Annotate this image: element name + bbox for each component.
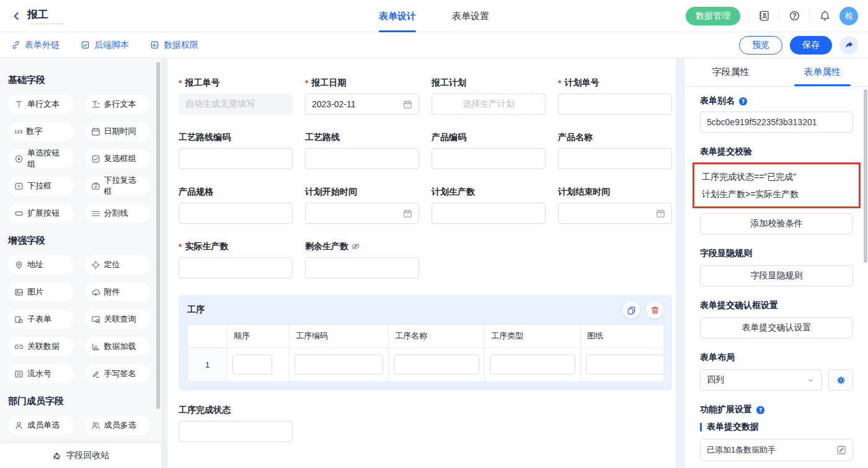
form-field[interactable]: *报工日期2023-02-117 [305,77,419,115]
field-input[interactable] [305,148,419,169]
form-field[interactable]: 产品编码 [432,131,546,169]
sidebar-item-attachment[interactable]: 附件 [85,283,151,301]
form-field[interactable]: 产品名称 [558,131,672,169]
subtable-copy-button[interactable] [622,301,640,319]
sidebar-item-datetime[interactable]: 日期时间 [85,122,151,141]
field-label: 产品规格 [179,186,293,198]
field-input[interactable]: 7 [558,203,672,224]
sidebar-item-address[interactable]: 地址 [8,255,74,274]
layout-settings-button[interactable] [828,369,853,391]
sidebar-item-rel-data[interactable]: 关联数据 [8,337,74,356]
help-icon[interactable]: ? [738,97,748,106]
sidebar-item-data-load[interactable]: 数据加载 [85,337,151,356]
form-field[interactable]: 工艺路线编码 [179,131,293,169]
help-icon[interactable]: ? [756,405,765,415]
field-label-text: 产品编码 [432,132,466,143]
field-input[interactable] [432,148,546,169]
sidebar-item-multi-text[interactable]: 多行文本 [85,95,151,113]
subtable-cell-input[interactable] [232,355,272,374]
panel-scrollbar[interactable] [864,89,867,263]
bell-icon[interactable] [818,9,831,23]
form-field[interactable]: 计划生产数 [432,186,546,224]
sidebar-item-divider[interactable]: 分割线 [85,204,151,223]
form-field[interactable]: *实际生产数 [179,241,293,278]
sidebar-item-ext-button[interactable]: 扩展按钮 [8,204,74,223]
field-input[interactable] [305,257,419,278]
add-validation-button[interactable]: 添加校验条件 [700,213,853,234]
field-input[interactable] [179,148,293,169]
form-external-link[interactable]: 表单外链 [11,40,60,51]
sidebar-item-select[interactable]: 下拉框 [8,177,74,195]
subtable-cell-input[interactable] [294,355,383,374]
subtable-cell-input[interactable] [394,355,479,374]
field-input[interactable] [179,257,293,278]
subtable-cell-input[interactable] [490,355,575,374]
tab-form-properties[interactable]: 表单属性 [777,58,868,86]
subtable-process[interactable]: 工序顺序工序编码工序名称工序类型图纸1 [179,295,672,391]
tab-form-settings[interactable]: 表单设置 [452,0,489,32]
backend-script-link[interactable]: 后端脚本 [81,40,129,51]
title-edit-hint [31,24,64,24]
edit-pencil-icon[interactable] [836,445,846,455]
form-alias-input[interactable]: 5cbc0e919f52235f3b313201 [700,112,853,133]
sidebar-item-signature[interactable]: 手写签名 [85,364,151,383]
submit-data-assistant[interactable]: 已添加1条数据助手 [700,439,853,461]
field-input[interactable] [179,203,293,224]
form-field[interactable]: 产品规格 [179,186,293,224]
subtable-cell-input[interactable] [586,355,663,374]
svg-text:?: ? [759,407,762,413]
field-input[interactable] [432,203,546,224]
share-button[interactable] [839,36,858,55]
sidebar-item-label: 手写签名 [104,368,136,379]
sidebar-item-single-text[interactable]: 单行文本 [8,95,74,113]
data-manage-button[interactable]: 数据管理 [686,7,740,25]
field-input[interactable] [558,94,672,115]
field-input[interactable]: 自动生成无需填写 [179,94,293,115]
help-icon[interactable] [787,9,801,23]
form-field[interactable]: *计划单号 [558,77,672,115]
sidebar-item-subform[interactable]: 子表单 [8,310,74,329]
form-field[interactable]: 报工计划选择生产计划 [432,77,546,115]
sidebar-item-image[interactable]: 图片 [8,283,74,301]
form-field[interactable]: 计划开始时间7 [305,186,419,224]
sidebar-item-number[interactable]: 123数字 [8,122,74,141]
user-avatar[interactable]: 检 [839,7,858,25]
sidebar-item-members[interactable]: 成员多选 [85,416,151,435]
assistant-count-text: 已添加1条数据助手 [707,444,776,456]
field-input[interactable] [558,148,672,169]
form-field[interactable]: 计划结束时间7 [558,186,672,224]
field-input[interactable]: 7 [305,203,419,224]
preview-button[interactable]: 预览 [739,36,782,55]
svg-text:7: 7 [660,212,662,216]
field-input[interactable] [179,421,293,442]
contact-book-icon[interactable] [757,9,771,23]
tab-field-properties[interactable]: 字段属性 [685,58,777,86]
form-field[interactable]: 工艺路线 [305,131,419,169]
sidebar-item-checkbox-group[interactable]: 复选框组 [85,149,151,168]
sidebar-item-radio-group[interactable]: 单选按钮组 [8,149,74,168]
attachment-icon [91,288,100,297]
page-title: 报工 [27,7,64,24]
field-input[interactable]: 选择生产计划 [432,94,546,115]
field-recycle-bin[interactable]: 字段回收站 [0,443,161,468]
sidebar-item-member[interactable]: 成员单选 [8,416,74,435]
save-button[interactable]: 保存 [790,36,832,55]
member-icon [14,421,24,430]
subtable-delete-button[interactable] [646,301,663,319]
serial-icon [14,369,24,379]
form-field[interactable]: *报工单号自动生成无需填写 [179,77,293,115]
field-input[interactable]: 2023-02-117 [305,94,419,115]
form-field[interactable]: 工序完成状态 [179,404,293,442]
field-visibility-button[interactable]: 字段显隐规则 [700,265,853,286]
sidebar-scrollbar[interactable] [156,62,160,409]
layout-select[interactable]: 四列 [700,369,822,391]
sidebar-item-serial[interactable]: 流水号 [8,364,74,383]
data-permission-link[interactable]: 数据权限 [150,40,198,51]
tab-form-design[interactable]: 表单设计 [379,0,416,32]
form-field[interactable]: 剩余生产数 [305,241,419,278]
sidebar-item-multi-select[interactable]: 下拉复选框 [85,177,151,195]
sidebar-item-rel-query[interactable]: 关联查询 [85,310,151,329]
sidebar-item-locate[interactable]: 定位 [85,255,151,274]
back-button[interactable]: 报工 [11,7,64,24]
submit-confirm-button[interactable]: 表单提交确认设置 [700,317,853,338]
